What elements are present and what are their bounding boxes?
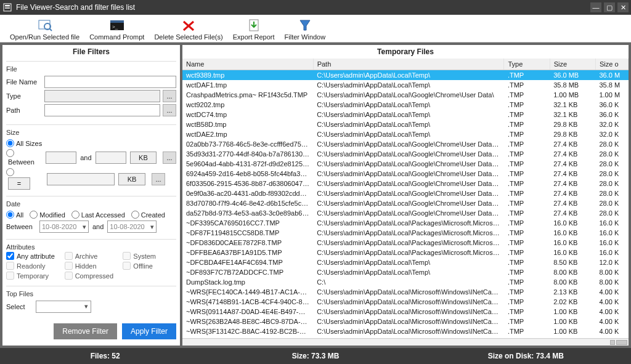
col-path[interactable]: Path: [313, 59, 504, 70]
close-button[interactable]: ✕: [617, 2, 629, 12]
table-row[interactable]: ~WRS{3F13142C-B8AC-4192-BC2B-065FBF0...C…: [182, 326, 629, 336]
table-row[interactable]: wct9389.tmpC:\Users\admin\AppData\Local\…: [182, 70, 629, 81]
type-input[interactable]: [44, 90, 160, 102]
cell-type: .TMP: [504, 277, 550, 287]
all-sizes-radio[interactable]: All Sizes: [6, 139, 42, 147]
date-lastaccessed-radio[interactable]: Last Accessed: [71, 211, 125, 219]
maximize-button[interactable]: ▢: [604, 2, 615, 12]
table-row[interactable]: 35d93d31-2770-44df-840a-b7a786130f1f.tmp…: [182, 149, 629, 159]
cell-path: C:\Users\admin\AppData\Local\Google\Chro…: [313, 179, 504, 188]
readonly-check[interactable]: Readonly: [6, 262, 60, 270]
temporary-check[interactable]: Temporary: [6, 272, 60, 280]
table-row[interactable]: wctDAE2.tmpC:\Users\admin\AppData\Local\…: [182, 129, 629, 139]
cell-name: ~WRS{FEC140CA-1449-4B17-AC1A-A4F226...: [182, 287, 313, 297]
open-run-button[interactable]: Open/Run Selected file: [5, 17, 84, 41]
date-all-radio[interactable]: All: [6, 211, 23, 219]
cell-type: .TMP: [504, 139, 550, 149]
table-row[interactable]: ~DF893F7C7B72ADDCFC.TMPC:\Users\admin\Ap…: [182, 267, 629, 277]
command-prompt-button[interactable]: >_ Command Prompt: [84, 17, 149, 41]
cell-path: C:\Users\admin\AppData\Local\Temp\: [313, 129, 504, 139]
col-sizeondisk[interactable]: Size o: [595, 59, 628, 70]
date-modified-radio[interactable]: Modified: [30, 211, 65, 219]
table-row[interactable]: ~DFCBDA4FE14AF4C694.TMPC:\Users\admin\Ap…: [182, 257, 629, 267]
cell-sizeondisk: 12.0 K: [595, 257, 628, 267]
between-radio[interactable]: Between: [6, 149, 42, 166]
cell-size: 27.4 KB: [550, 139, 595, 149]
date-to-select[interactable]: 10-08-2020: [107, 220, 157, 233]
table-row[interactable]: 6924a459-2d16-4eb8-b058-5fc44bfa38d5.tmp…: [182, 169, 629, 179]
cell-path: C:\Users\admin\AppData\Local\Google\Chro…: [313, 90, 504, 100]
export-report-button[interactable]: Export Report: [228, 17, 280, 41]
system-check[interactable]: System: [123, 252, 176, 260]
col-type[interactable]: Type: [504, 59, 550, 70]
cell-size: 27.4 KB: [550, 208, 595, 218]
status-files: Files: 52: [0, 352, 210, 360]
horizontal-scrollbar[interactable]: [182, 338, 629, 346]
file-table-scroll[interactable]: Name Path Type Size Size o wct9389.tmpC:…: [182, 59, 629, 338]
table-row[interactable]: 83d70780-f7f9-4c46-8e42-d6b15cfe5cf6.tmp…: [182, 198, 629, 208]
table-row[interactable]: da527b8d-97f3-4e53-aa63-3c0e89ab6587.tmp…: [182, 208, 629, 218]
minimize-button[interactable]: —: [590, 2, 601, 12]
col-name[interactable]: Name: [182, 59, 313, 70]
table-row[interactable]: 5e9604ad-4abb-4131-872f-d9d2e8125815.tmp…: [182, 159, 629, 169]
archive-check[interactable]: Archive: [65, 252, 118, 260]
topfiles-select[interactable]: [36, 301, 91, 313]
table-row[interactable]: ~WRS{47148B91-1ACB-4CF4-940C-82BF18E...C…: [182, 297, 629, 307]
date-from-select[interactable]: 10-08-2020: [39, 220, 89, 233]
table-row[interactable]: ~DFD836D0CAEE7872F8.TMPC:\Users\admin\Ap…: [182, 238, 629, 248]
table-row[interactable]: ~DF87F1194815CC58D8.TMPC:\Users\admin\Ap…: [182, 228, 629, 238]
col-size[interactable]: Size: [550, 59, 595, 70]
size-unit-select-2[interactable]: KB: [118, 173, 145, 185]
type-browse-button[interactable]: ...: [163, 90, 176, 102]
table-row[interactable]: 6f033506-2915-4536-8b87-d63806047592.tmp…: [182, 179, 629, 188]
path-input[interactable]: [44, 104, 160, 116]
cell-sizeondisk: 16.0 K: [595, 248, 628, 257]
table-row[interactable]: CrashpadMetrics.pma~ RF1f43c5d.TMPC:\Use…: [182, 90, 629, 100]
cell-sizeondisk: 32.0 K: [595, 119, 628, 129]
table-row[interactable]: ~DFFBEA6A37BF1A91D5.TMPC:\Users\admin\Ap…: [182, 248, 629, 257]
size-from-input[interactable]: [46, 152, 76, 164]
cell-name: wctDC74.tmp: [182, 110, 313, 119]
cell-path: C:\Users\admin\AppData\Local\Microsoft\W…: [313, 317, 504, 326]
table-row[interactable]: wct9202.tmpC:\Users\admin\AppData\Local\…: [182, 100, 629, 110]
compare-radio[interactable]: =: [6, 168, 43, 190]
delete-selected-button[interactable]: Delete Selected File(s): [149, 17, 227, 41]
table-row[interactable]: wctDAF1.tmpC:\Users\admin\AppData\Local\…: [182, 80, 629, 90]
size-group-label: Size: [6, 129, 176, 137]
table-row[interactable]: ~DF3395CA7695016CC7.TMPC:\Users\admin\Ap…: [182, 218, 629, 228]
remove-filter-button[interactable]: Remove Filter: [54, 323, 117, 339]
table-row[interactable]: wctDC74.tmpC:\Users\admin\AppData\Local\…: [182, 110, 629, 119]
any-attribute-check[interactable]: Any attribute: [6, 252, 60, 260]
date-created-radio[interactable]: Created: [131, 211, 165, 219]
toolbar: Open/Run Selected file >_ Command Prompt…: [0, 15, 631, 42]
path-browse-button[interactable]: ...: [163, 104, 176, 116]
delete-icon: [179, 17, 198, 33]
cell-sizeondisk: 36.0 M: [595, 70, 628, 81]
size-unit-select-1[interactable]: KB: [130, 152, 157, 164]
compressed-check[interactable]: Compressed: [65, 272, 118, 280]
apply-filter-button[interactable]: Apply Filter: [122, 323, 176, 339]
filename-input[interactable]: [44, 76, 176, 88]
cell-sizeondisk: 28.0 K: [595, 159, 628, 169]
table-row[interactable]: wctB58D.tmpC:\Users\admin\AppData\Local\…: [182, 119, 629, 129]
hidden-check[interactable]: Hidden: [65, 262, 118, 270]
table-row[interactable]: ~WRS{FEC140CA-1449-4B17-AC1A-A4F226...C:…: [182, 287, 629, 297]
cell-name: 6f033506-2915-4536-8b87-d63806047592.tmp: [182, 179, 313, 188]
cell-type: .TMP: [504, 297, 550, 307]
cell-type: .TMP: [504, 248, 550, 257]
cell-size: 27.4 KB: [550, 149, 595, 159]
cell-type: .TMP: [504, 110, 550, 119]
filter-window-button[interactable]: Filter Window: [280, 17, 331, 41]
size-to-input[interactable]: [96, 152, 126, 164]
table-row[interactable]: 02a0bb73-7768-46c5-8e3e-ccfff6ed752c.tmp…: [182, 139, 629, 149]
table-row[interactable]: ~WRS{09114A87-D0AD-4E4E-B497-C7FD4EF...C…: [182, 307, 629, 317]
export-icon: [244, 17, 264, 33]
table-row[interactable]: DumpStack.log.tmpC:\.TMP8.00 KB8.00 K: [182, 277, 629, 287]
offline-check[interactable]: Offline: [123, 262, 176, 270]
table-row[interactable]: ~WRS{263B2A48-BE8C-4BC9-87DA-61CBBD...C:…: [182, 317, 629, 326]
size-value-input[interactable]: [47, 173, 115, 185]
size-more-button-1[interactable]: ...: [163, 152, 176, 164]
size-more-button-2[interactable]: ...: [152, 173, 165, 185]
table-row[interactable]: 0e9f0a36-ac20-4431-a0db-f89302cdd86c.tmp…: [182, 188, 629, 198]
cell-size: 16.0 KB: [550, 228, 595, 238]
